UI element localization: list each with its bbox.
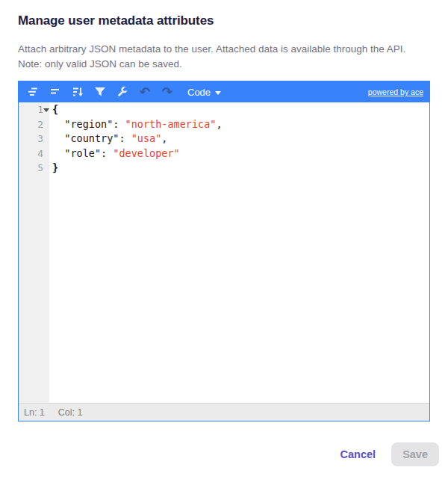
redo-button[interactable]: ↷ [158, 83, 177, 101]
line-number: 5 [19, 161, 49, 176]
mode-dropdown[interactable]: Code [187, 87, 221, 98]
line-number-gutter: 12345 [19, 102, 49, 403]
toolbar-icon-group: ↶↷ [23, 83, 180, 101]
modal-footer: Cancel Save [18, 442, 439, 466]
format-icon [27, 86, 39, 98]
undo-icon: ↶ [140, 86, 150, 98]
format-button[interactable] [23, 83, 43, 101]
page-title: Manage user metadata attributes [18, 12, 430, 30]
code-line: "country": "usa", [52, 132, 429, 146]
manage-metadata-modal: Manage user metadata attributes Attach a… [0, 0, 448, 466]
compact-icon [49, 86, 61, 98]
sort-icon [72, 86, 84, 98]
line-number: 1 [19, 102, 49, 117]
redo-icon: ↷ [162, 86, 172, 98]
sort-button[interactable] [68, 83, 87, 101]
code-line: { [52, 102, 429, 117]
line-number: 4 [19, 146, 49, 161]
undo-button[interactable]: ↶ [135, 83, 155, 101]
json-editor: ↶↷ Code powered by ace 12345 { "region":… [18, 81, 430, 421]
code-lines: { "region": "north-america", "country": … [49, 102, 429, 403]
line-number: 2 [19, 117, 49, 132]
code-line: "role": "developer" [52, 146, 429, 161]
editor-toolbar: ↶↷ Code powered by ace [19, 81, 429, 102]
code-line: "region": "north-america", [52, 117, 429, 132]
chevron-down-icon [215, 91, 221, 95]
description-note: Note: only valid JSON can be saved. [18, 57, 430, 72]
code-line: } [52, 161, 429, 176]
filter-icon [94, 86, 106, 98]
column-indicator: Col: 1 [58, 407, 83, 418]
description-text: Attach arbitrary JSON metadata to the us… [18, 42, 430, 57]
line-number: 3 [19, 132, 49, 146]
save-button[interactable]: Save [391, 442, 439, 466]
cancel-button[interactable]: Cancel [340, 448, 376, 460]
line-indicator: Ln: 1 [24, 407, 45, 418]
compact-button[interactable] [46, 83, 65, 101]
mode-dropdown-label: Code [187, 87, 211, 98]
filter-button[interactable] [90, 83, 110, 101]
code-editor-area[interactable]: 12345 { "region": "north-america", "coun… [19, 102, 429, 403]
fold-caret-icon[interactable] [43, 108, 49, 112]
editor-statusbar: Ln: 1 Col: 1 [19, 403, 429, 421]
repair-button[interactable] [113, 83, 132, 101]
repair-icon [116, 86, 128, 98]
powered-by-ace-link[interactable]: powered by ace [368, 87, 423, 96]
